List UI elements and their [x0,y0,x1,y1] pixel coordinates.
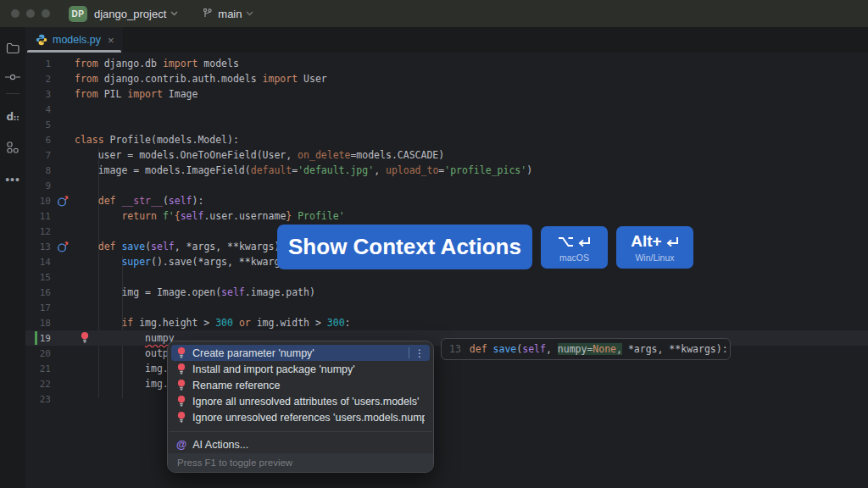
project-badge: DP [69,6,87,22]
code-line-7[interactable]: 7 user = models.OneToOneField(User, on_d… [25,147,868,163]
option-key-icon [558,236,574,247]
intention-bulb-icon [176,363,186,375]
line-number[interactable]: 2 [25,74,51,85]
line-number[interactable]: 10 [25,196,51,207]
code-editor[interactable]: 1from django.db import models2from djang… [25,53,868,488]
intention-bulb-icon [176,411,186,424]
chevron-down-icon[interactable] [246,11,253,16]
line-number[interactable]: 5 [25,119,51,130]
line-number[interactable]: 16 [25,287,51,298]
line-number[interactable]: 4 [25,104,51,115]
intention-bulb-icon [176,379,186,391]
code-line-18[interactable]: 18 if img.height > 300 or img.width > 30… [25,315,868,330]
popup-divider [170,431,431,432]
line-number[interactable]: 18 [25,318,51,329]
django-structure-tool-button[interactable]: d:: [0,104,25,130]
code-text: def __str__(self): [75,193,203,208]
code-line-11[interactable]: 11 return f'{self.user.username} Profile… [25,208,868,224]
line-number[interactable]: 19 [25,333,51,344]
code-line-3[interactable]: 3from PIL import Image [25,86,868,102]
code-text: user = models.OneToOneField(User, on_del… [75,147,444,163]
branch-selector[interactable]: main [218,8,242,20]
override-gutter-icon[interactable] [51,241,75,253]
tool-window-stripe: d:: ••• [0,27,25,488]
project-selector[interactable]: django_project [94,8,166,20]
intention-bulb-icon [176,363,186,375]
code-line-8[interactable]: 8 image = models.ImageField(default='def… [25,163,868,178]
commit-tool-button[interactable] [0,64,25,90]
line-number[interactable]: 6 [25,135,51,146]
line-number[interactable]: 1 [25,58,51,69]
code-line-4[interactable]: 4 [25,102,868,117]
line-number[interactable]: 14 [25,257,51,268]
code-text: image = models.ImageField(default='defau… [75,163,532,178]
popup-item-1[interactable]: Create parameter 'numpy'⋮ [171,345,430,361]
structure-tool-button[interactable] [0,135,25,160]
shortcut-badge-winlinux: Alt+ Win/Linux [616,226,693,269]
popup-item-5[interactable]: Ignore unresolved references 'users.mode… [171,409,430,425]
code-line-16[interactable]: 16 img = Image.open(self.image.path) [25,285,868,300]
shortcut-os-label: Win/Linux [635,252,674,263]
line-number[interactable]: 20 [25,348,51,359]
popup-item-4[interactable]: Ignore all unresolved attributes of 'use… [171,393,430,409]
code-line-9[interactable]: 9 [25,178,868,193]
project-tool-button[interactable] [0,36,25,61]
code-line-10[interactable]: 10 def __str__(self): [25,193,868,208]
popup-item-3[interactable]: Rename reference [171,377,430,393]
minimize-window-button[interactable] [26,9,35,18]
close-tab-icon[interactable]: × [108,35,114,46]
popup-item-label: Create parameter 'numpy' [192,347,403,359]
line-number[interactable]: 12 [25,226,51,237]
code-line-21[interactable]: 21 img.t [25,361,868,376]
callout-banner: Show Context Actions [277,225,532,269]
line-number[interactable]: 15 [25,272,51,283]
code-text: img.s [75,376,175,391]
change-marker [35,331,37,345]
line-number[interactable]: 9 [25,180,51,191]
line-number[interactable]: 23 [25,394,51,405]
code-line-5[interactable]: 5 [25,117,868,132]
code-line-17[interactable]: 17 [25,300,868,315]
code-line-1[interactable]: 1from django.db import models [25,56,868,71]
popup-item-ai-actions[interactable]: @ AI Actions... [168,435,433,453]
popup-item-label: Rename reference [192,380,425,391]
title-bar: DP django_project main [0,0,868,27]
close-window-button[interactable] [11,9,19,18]
code-line-23[interactable]: 23 [25,391,868,407]
line-number[interactable]: 8 [25,165,51,176]
more-options-kebab-icon[interactable]: ⋮ [415,348,425,358]
folder-icon [6,42,19,54]
chevron-down-icon[interactable] [170,11,178,16]
line-number[interactable]: 22 [25,379,51,390]
popup-footer-hint: Press F1 to toggle preview [168,453,433,472]
line-number[interactable]: 3 [25,89,51,100]
code-text: from django.db import models [75,56,239,71]
maximize-window-button[interactable] [42,9,50,18]
line-number[interactable]: 17 [25,302,51,313]
code-text: outpu [75,346,175,361]
tab-models-py[interactable]: models.py × [25,27,123,53]
popup-item-label: Install and import package 'numpy' [192,363,425,375]
code-text: def save(self, *args, **kwargs): [75,239,286,254]
line-number[interactable]: 11 [25,211,51,222]
shortcut-os-label: macOS [559,252,589,263]
context-actions-popup: Create parameter 'numpy'⋮Install and imp… [167,341,434,473]
preview-code: def save(self, numpy=None, *args, **kwar… [470,343,728,355]
line-number[interactable]: 13 [25,241,51,252]
intention-bulb-icon [176,411,186,424]
line-number[interactable]: 7 [25,150,51,161]
code-line-6[interactable]: 6class Profile(models.Model): [25,132,868,147]
code-line-22[interactable]: 22 img.s [25,376,868,391]
code-line-2[interactable]: 2from django.contrib.auth.models import … [25,71,868,86]
stripe-divider [6,93,19,94]
popup-item-2[interactable]: Install and import package 'numpy' [171,361,430,377]
override-gutter-icon[interactable] [51,195,75,208]
code-line-15[interactable]: 15 [25,269,868,285]
alt-key-text: Alt+ [631,232,661,251]
git-branch-icon [202,8,213,19]
override-method-icon [57,241,69,253]
intention-bulb-icon[interactable] [80,331,90,344]
ai-icon: @ [176,439,186,451]
line-number[interactable]: 21 [25,363,51,374]
more-tool-windows-button[interactable]: ••• [0,167,25,192]
